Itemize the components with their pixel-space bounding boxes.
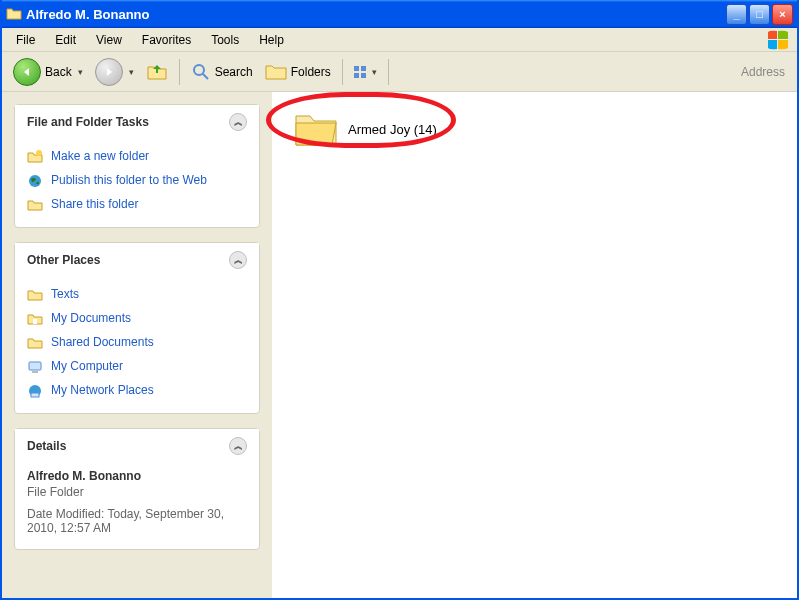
computer-icon: [27, 359, 43, 375]
svg-point-0: [194, 65, 204, 75]
folder-share-icon: [27, 197, 43, 213]
details-type: File Folder: [27, 485, 247, 499]
chevron-down-icon: ▾: [129, 67, 134, 77]
place-label: My Network Places: [51, 383, 154, 399]
menu-edit[interactable]: Edit: [45, 31, 86, 49]
details-panel-body: Alfredo M. Bonanno File Folder Date Modi…: [15, 463, 259, 549]
tasks-panel: File and Folder Tasks ︽ Make a new folde…: [14, 104, 260, 228]
menu-tools[interactable]: Tools: [201, 31, 249, 49]
folder-new-icon: [27, 149, 43, 165]
toolbar: Back ▾ ▾ Search Folders ▾ Address: [2, 52, 797, 92]
search-button[interactable]: Search: [186, 59, 258, 85]
places-panel-title: Other Places: [27, 253, 100, 267]
window-title: Alfredo M. Bonanno: [26, 7, 726, 22]
up-button[interactable]: [141, 58, 173, 86]
back-arrow-icon: [13, 58, 41, 86]
window-controls: _ □ ×: [726, 4, 793, 25]
folder-up-icon: [146, 61, 168, 83]
back-label: Back: [45, 65, 72, 79]
svg-point-2: [36, 150, 42, 156]
explorer-window: Alfredo M. Bonanno _ □ × File Edit View …: [0, 0, 799, 600]
menu-view[interactable]: View: [86, 31, 132, 49]
tasks-panel-title: File and Folder Tasks: [27, 115, 149, 129]
svg-rect-4: [33, 319, 37, 324]
folder-icon: [27, 335, 43, 351]
task-label: Make a new folder: [51, 149, 149, 165]
titlebar[interactable]: Alfredo M. Bonanno _ □ ×: [2, 0, 797, 28]
folder-icon: [294, 110, 338, 148]
svg-rect-5: [29, 362, 41, 370]
chevron-down-icon: ▾: [78, 67, 83, 77]
folders-button[interactable]: Folders: [260, 59, 336, 85]
globe-icon: [27, 173, 43, 189]
folders-icon: [265, 62, 287, 82]
menu-file[interactable]: File: [6, 31, 45, 49]
task-share-folder[interactable]: Share this folder: [27, 193, 247, 217]
place-my-network-places[interactable]: My Network Places: [27, 379, 247, 403]
close-button[interactable]: ×: [772, 4, 793, 25]
places-panel-header[interactable]: Other Places ︽: [15, 243, 259, 277]
toolbar-separator: [388, 59, 389, 85]
svg-rect-6: [32, 371, 38, 373]
menu-favorites[interactable]: Favorites: [132, 31, 201, 49]
maximize-button[interactable]: □: [749, 4, 770, 25]
forward-button[interactable]: ▾: [90, 55, 139, 89]
task-make-new-folder[interactable]: Make a new folder: [27, 145, 247, 169]
details-panel-header[interactable]: Details ︽: [15, 429, 259, 463]
details-name: Alfredo M. Bonanno: [27, 469, 247, 483]
chevrons-up-icon: ︽: [234, 254, 243, 267]
folder-icon: [27, 287, 43, 303]
svg-line-1: [203, 74, 208, 79]
folder-docs-icon: [27, 311, 43, 327]
content-area: File and Folder Tasks ︽ Make a new folde…: [2, 92, 797, 598]
task-label: Share this folder: [51, 197, 138, 213]
collapse-button[interactable]: ︽: [229, 113, 247, 131]
back-button[interactable]: Back ▾: [8, 55, 88, 89]
details-panel-title: Details: [27, 439, 66, 453]
task-label: Publish this folder to the Web: [51, 173, 207, 189]
search-label: Search: [215, 65, 253, 79]
tasks-panel-header[interactable]: File and Folder Tasks ︽: [15, 105, 259, 139]
chevrons-up-icon: ︽: [234, 116, 243, 129]
chevrons-up-icon: ︽: [234, 440, 243, 453]
folder-label: Armed Joy (14): [348, 122, 437, 137]
windows-logo-icon: [767, 30, 789, 50]
menu-help[interactable]: Help: [249, 31, 294, 49]
collapse-button[interactable]: ︽: [229, 437, 247, 455]
network-icon: [27, 383, 43, 399]
svg-rect-8: [31, 393, 39, 397]
chevron-down-icon: ▾: [372, 67, 377, 77]
folder-item-armed-joy[interactable]: Armed Joy (14): [286, 106, 445, 152]
svg-point-3: [29, 175, 41, 187]
sidebar: File and Folder Tasks ︽ Make a new folde…: [2, 92, 272, 598]
views-button[interactable]: ▾: [349, 63, 382, 81]
place-label: My Computer: [51, 359, 123, 375]
toolbar-separator: [342, 59, 343, 85]
place-label: Texts: [51, 287, 79, 303]
folder-icon: [6, 6, 22, 22]
place-shared-documents[interactable]: Shared Documents: [27, 331, 247, 355]
minimize-button[interactable]: _: [726, 4, 747, 25]
place-label: My Documents: [51, 311, 131, 327]
details-modified: Date Modified: Today, September 30, 2010…: [27, 507, 247, 535]
folders-label: Folders: [291, 65, 331, 79]
place-label: Shared Documents: [51, 335, 154, 351]
place-texts[interactable]: Texts: [27, 283, 247, 307]
address-label: Address: [741, 65, 791, 79]
collapse-button[interactable]: ︽: [229, 251, 247, 269]
forward-arrow-icon: [95, 58, 123, 86]
place-my-documents[interactable]: My Documents: [27, 307, 247, 331]
search-icon: [191, 62, 211, 82]
places-panel-body: Texts My Documents Shared Documents My C…: [15, 277, 259, 413]
file-list[interactable]: Armed Joy (14): [272, 92, 797, 598]
tasks-panel-body: Make a new folder Publish this folder to…: [15, 139, 259, 227]
views-icon: [354, 66, 366, 78]
places-panel: Other Places ︽ Texts My Documents Shared…: [14, 242, 260, 414]
task-publish-web[interactable]: Publish this folder to the Web: [27, 169, 247, 193]
details-panel: Details ︽ Alfredo M. Bonanno File Folder…: [14, 428, 260, 550]
toolbar-separator: [179, 59, 180, 85]
place-my-computer[interactable]: My Computer: [27, 355, 247, 379]
menubar: File Edit View Favorites Tools Help: [2, 28, 797, 52]
